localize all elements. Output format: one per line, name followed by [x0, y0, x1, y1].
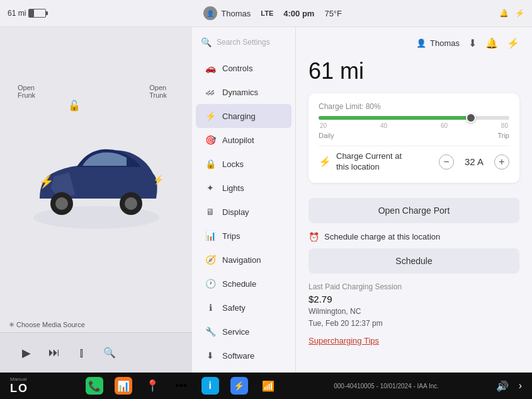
safety-icon: ℹ — [205, 302, 216, 313]
dynamics-icon: 🏎 — [205, 86, 216, 98]
slider-fill — [319, 116, 471, 120]
schedule-charge-label: Schedule charge at this location — [324, 232, 440, 241]
charge-limit-slider[interactable] — [319, 116, 509, 120]
search-placeholder[interactable]: Search Settings — [217, 38, 270, 47]
bottom-bar-left: Manual LO — [10, 376, 28, 395]
autopilot-label: Autopilot — [222, 136, 254, 145]
sidebar-item-autopilot[interactable]: 🎯 Autopilot — [196, 128, 291, 152]
user-avatar-status: 👤 — [203, 6, 217, 20]
decrease-current-button[interactable]: − — [439, 154, 454, 170]
schedule-button[interactable]: Schedule — [308, 248, 519, 274]
search-bar[interactable]: 🔍 Search Settings — [192, 32, 295, 52]
notification-icon: 🔔 — [499, 9, 509, 18]
last-session-amount: $2.79 — [308, 294, 519, 304]
controls-icon: 🚗 — [205, 62, 216, 74]
open-charge-port-button[interactable]: Open Charge Port — [308, 198, 519, 223]
signal-icon-btn[interactable]: 📶 — [259, 377, 277, 395]
trips-icon: 📊 — [205, 230, 216, 241]
bottom-bar-center: 000-40410005 - 10/01/2024 - IAA Inc. — [334, 383, 439, 390]
sidebar-item-service[interactable]: 🔧 Service — [196, 320, 291, 344]
last-session-label: Last Paid Charging Session — [308, 282, 519, 291]
bottom-bar: Manual LO 📞 📊 📍 ••• i ⚡ 📶 000-40410005 -… — [0, 373, 532, 399]
schedule-row: ⏰ Schedule charge at this location — [308, 232, 519, 242]
charge-current-value: 32 A — [461, 156, 487, 167]
download-icon-header[interactable]: ⬇ — [468, 37, 477, 49]
autopilot-icon: 🎯 — [205, 134, 216, 146]
locks-icon: 🔒 — [205, 158, 216, 170]
sidebar-item-navigation[interactable]: 🧭 Navigation — [196, 248, 291, 272]
safety-label: Safety — [222, 303, 246, 313]
car-svg: ⚡ ⚡ — [14, 117, 178, 243]
software-icon: ⬇ — [205, 350, 216, 361]
sidebar-item-safety[interactable]: ℹ Safety — [196, 296, 291, 320]
phone-icon-btn[interactable]: 📞 — [86, 377, 103, 395]
sidebar-item-schedule[interactable]: 🕐 Schedule — [196, 272, 291, 296]
slider-ticks: 20 40 60 80 — [319, 122, 509, 129]
media-source-label[interactable]: ✳ Choose Media Source — [9, 318, 85, 330]
sidebar-nav: 🔍 Search Settings 🚗 Controls 🏎 Dynamics … — [192, 27, 296, 373]
display-label: Display — [222, 207, 249, 217]
service-icon: 🔧 — [205, 326, 216, 337]
manual-label: Manual — [10, 376, 26, 382]
svg-point-4 — [125, 197, 137, 210]
software-label: Software — [222, 351, 254, 361]
dynamics-label: Dynamics — [222, 88, 258, 97]
sidebar-item-dynamics[interactable]: 🏎 Dynamics — [196, 80, 291, 104]
chevron-right-icon[interactable]: › — [519, 380, 522, 391]
sidebar-item-trips[interactable]: 📊 Trips — [196, 224, 291, 248]
volume-icon[interactable]: 🔊 — [496, 380, 509, 392]
info-icon-btn[interactable]: i — [201, 377, 219, 395]
supercharging-tips-link[interactable]: Supercharging Tips — [308, 336, 379, 345]
user-name-status: Thomas — [221, 9, 251, 18]
bluetooth-icon-btn[interactable]: ⚡ — [230, 377, 248, 395]
content-header: 👤 Thomas ⬇ 🔔 ⚡ — [308, 37, 519, 49]
lights-icon: ✦ — [205, 182, 216, 194]
charge-limit-label: Charge Limit: 80% — [319, 102, 509, 111]
battery-box — [28, 9, 46, 18]
bluetooth-icon-header[interactable]: ⚡ — [507, 37, 519, 49]
sidebar-item-display[interactable]: 🖥 Display — [196, 200, 291, 224]
navigation-icon: 🧭 — [205, 254, 216, 265]
status-bar-left: 61 mi — [8, 9, 46, 18]
last-session-location: Wilmington, NC Tue, Feb 20 12:37 pm — [308, 306, 519, 330]
charge-current-controls: − 32 A + — [439, 154, 509, 170]
header-user-icon: 👤 — [416, 38, 426, 48]
location-icon-btn[interactable]: 📍 — [144, 377, 161, 395]
sidebar-item-locks[interactable]: 🔒 Locks — [196, 152, 291, 176]
battery-fill — [29, 9, 34, 17]
battery-indicator: 61 mi — [8, 9, 46, 18]
slider-thumb[interactable] — [466, 113, 476, 123]
car-image-area: ⚡ ⚡ — [0, 27, 192, 332]
increase-current-button[interactable]: + — [494, 154, 509, 170]
charge-current-left: ⚡ Charge Current at this location — [319, 151, 402, 173]
svg-text:⚡: ⚡ — [153, 175, 164, 185]
more-icon-btn[interactable]: ••• — [173, 377, 190, 395]
notification-icon-header[interactable]: 🔔 — [485, 37, 498, 49]
sidebar-item-lights[interactable]: ✦ Lights — [196, 176, 291, 200]
display-icon: 🖥 — [205, 206, 216, 217]
controls-label: Controls — [222, 64, 252, 73]
service-label: Service — [222, 327, 249, 337]
search-icon: 🔍 — [201, 37, 212, 47]
charging-label: Charging — [222, 112, 256, 121]
lo-label: LO — [10, 382, 28, 395]
sidebar-item-software[interactable]: ⬇ Software — [196, 344, 291, 367]
battery-miles-main: 61 mi — [308, 58, 519, 84]
status-bar-right: 🔔 ⚡ — [499, 9, 524, 18]
slider-labels: Daily Trip — [319, 132, 509, 139]
content-header-right: 👤 Thomas ⬇ 🔔 ⚡ — [416, 37, 519, 49]
battery-miles-status: 61 mi — [8, 9, 26, 18]
header-username: Thomas — [430, 38, 460, 48]
bottom-bar-right: 🔊 › — [496, 380, 522, 392]
bluetooth-icon-status: ⚡ — [515, 9, 524, 18]
car-panel: Open Trunk 🔓 Open Frunk — [0, 27, 192, 373]
charging-icon: ⚡ — [205, 110, 216, 122]
schedule-icon: 🕐 — [205, 278, 216, 289]
navigation-label: Navigation — [222, 255, 261, 265]
charge-current-label: Charge Current at this location — [336, 151, 402, 173]
time-display: 4:00 pm — [283, 9, 314, 18]
equalizer-icon-btn[interactable]: 📊 — [115, 377, 132, 395]
sidebar-item-controls[interactable]: 🚗 Controls — [196, 56, 291, 80]
sidebar-item-charging[interactable]: ⚡ Charging — [196, 104, 291, 128]
locks-label: Locks — [222, 159, 244, 169]
